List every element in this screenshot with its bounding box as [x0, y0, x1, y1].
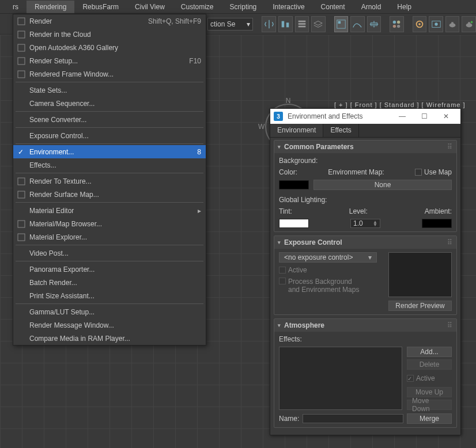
svg-rect-26: [18, 178, 25, 185]
tint-color-swatch[interactable]: [279, 219, 309, 228]
menu-item-material-explorer[interactable]: Material Explorer...: [13, 230, 206, 244]
menu-item-label: Print Size Assistant...: [29, 292, 95, 300]
menu-item-render[interactable]: RenderShift+Q, Shift+F9: [13, 14, 206, 28]
toggle-ribbon-icon[interactable]: [334, 16, 349, 32]
menu-item-render-to-texture[interactable]: Render To Texture...: [13, 174, 206, 188]
menu-item-print-size-assistant[interactable]: Print Size Assistant...: [13, 289, 206, 302]
svg-point-15: [435, 22, 437, 25]
cloud-icon: [17, 30, 26, 39]
menu-item-batch-render[interactable]: Batch Render...: [13, 276, 206, 289]
movedown-button: Move Down: [407, 400, 452, 410]
menu-item-panorama-exporter[interactable]: Panorama Exporter...: [13, 263, 206, 276]
menu-item-interactive[interactable]: Interactive: [265, 1, 312, 13]
exposure-dropdown[interactable]: <no exposure control>: [279, 252, 377, 263]
background-color-swatch[interactable]: [279, 180, 309, 189]
menu-item-rendered-frame-window[interactable]: Rendered Frame Window...: [13, 67, 206, 81]
menu-item-open-autodesk-a360-gallery[interactable]: Open Autodesk A360 Gallery: [13, 41, 206, 54]
menu-item-label: Render Surface Map...: [29, 191, 99, 199]
close-button[interactable]: ✕: [435, 110, 457, 123]
exposure-preview: [388, 252, 452, 297]
color-label: Color:: [279, 168, 297, 176]
layers-icon[interactable]: [295, 16, 309, 32]
menu-item-scripting[interactable]: Scripting: [222, 1, 265, 13]
minimize-button[interactable]: —: [391, 110, 413, 123]
exposure-control-rollout: Exposure Control ⠿ <no exposure control>…: [274, 236, 457, 315]
maximize-button[interactable]: ☐: [413, 110, 435, 123]
atmosphere-header[interactable]: Atmosphere ⠿: [274, 319, 456, 332]
menu-item-video-post[interactable]: Video Post...: [13, 246, 206, 260]
common-parameters-header[interactable]: Common Parameters ⠿: [274, 141, 456, 153]
layer-manager-icon[interactable]: [311, 16, 326, 32]
app-icon: 3: [274, 112, 283, 121]
rollout-handle-icon: ⠿: [447, 238, 453, 246]
ambient-color-swatch[interactable]: [422, 219, 452, 228]
menu-separator: [16, 202, 203, 203]
menu-item-environment[interactable]: ✓Environment...8: [13, 145, 206, 158]
schematic-view-icon[interactable]: [367, 16, 381, 32]
menu-item-label: Exposure Control...: [29, 132, 89, 140]
material-editor-icon[interactable]: [390, 16, 404, 32]
spinner-arrows-icon[interactable]: ▲▼: [373, 221, 377, 226]
menu-item-rendering[interactable]: Rendering: [27, 1, 74, 13]
svg-rect-17: [451, 22, 454, 24]
process-bg-label-1: Process Background: [288, 278, 359, 286]
menu-item-rebusfarm[interactable]: RebusFarm: [74, 1, 127, 13]
render-setup-icon[interactable]: [413, 16, 427, 32]
menu-item-camera-sequencer[interactable]: Camera Sequencer...: [13, 97, 206, 110]
menu-item-label: Compare Media in RAM Player...: [29, 335, 130, 343]
svg-rect-24: [18, 58, 25, 64]
menu-item-scene-converter[interactable]: Scene Converter...: [13, 113, 206, 126]
merge-button[interactable]: Merge: [407, 413, 452, 424]
level-spinner[interactable]: 1.0 ▲▼: [350, 219, 380, 228]
menu-item-exposure-control[interactable]: Exposure Control...: [13, 129, 206, 142]
menu-item-effects[interactable]: Effects...: [13, 158, 206, 172]
menu-item-render-message-window[interactable]: Render Message Window...: [13, 318, 206, 332]
env-map-button[interactable]: None: [313, 180, 452, 190]
dialog-tabs: Environment Effects: [270, 124, 460, 138]
menu-item-compare-media-in-ram-player[interactable]: Compare Media in RAM Player...: [13, 332, 206, 345]
selection-set-dropdown[interactable]: ction Se ▾: [207, 18, 253, 31]
menu-item-help[interactable]: Help: [389, 1, 420, 13]
menu-item-customize[interactable]: Customize: [173, 1, 222, 13]
svg-rect-29: [18, 234, 25, 241]
compass-n: N: [286, 97, 291, 105]
chevron-down-icon: ▾: [247, 20, 250, 28]
menu-item-material-editor[interactable]: Material Editor: [13, 204, 206, 217]
menu-item-render-surface-map[interactable]: Render Surface Map...: [13, 188, 206, 201]
exposure-control-title: Exposure Control: [284, 238, 342, 246]
align-icon[interactable]: [278, 16, 293, 32]
menu-item-render-setup[interactable]: Render Setup...F10: [13, 54, 206, 67]
tab-environment[interactable]: Environment: [270, 124, 323, 137]
render-frame-icon[interactable]: [429, 16, 443, 32]
menu-item-label: Material Explorer...: [29, 233, 87, 241]
exposure-control-header[interactable]: Exposure Control ⠿: [274, 236, 456, 249]
effect-name-input[interactable]: [303, 414, 403, 423]
render-preview-button[interactable]: Render Preview: [388, 301, 452, 311]
svg-rect-1: [286, 22, 289, 27]
teapot-render-icon[interactable]: [445, 16, 460, 32]
teapot-render2-icon[interactable]: [462, 16, 476, 32]
menu-item-rs[interactable]: rs: [5, 1, 27, 13]
use-map-checkbox[interactable]: [415, 169, 422, 176]
viewport-label[interactable]: [ + ] [ Front ] [ Standard ] [ Wireframe…: [334, 101, 466, 108]
menu-item-civilview[interactable]: Civil View: [127, 1, 173, 13]
dialog-titlebar[interactable]: 3 Environment and Effects — ☐ ✕: [270, 109, 460, 124]
menu-item-label: Camera Sequencer...: [29, 100, 95, 108]
add-effect-button[interactable]: Add...: [407, 347, 452, 357]
menu-item-arnold[interactable]: Arnold: [353, 1, 390, 13]
curve-editor-icon[interactable]: [350, 16, 365, 32]
menu-item-state-sets[interactable]: State Sets...: [13, 83, 206, 97]
tab-effects[interactable]: Effects: [323, 124, 358, 137]
menu-item-render-in-the-cloud[interactable]: Render in the Cloud: [13, 28, 206, 41]
window-icon: [17, 70, 26, 79]
cloud-icon: [17, 17, 26, 26]
menu-item-gamma-lut-setup[interactable]: Gamma/LUT Setup...: [13, 305, 206, 318]
level-label: Level:: [349, 207, 368, 215]
mirror-icon[interactable]: [262, 16, 276, 32]
menu-item-content[interactable]: Content: [313, 1, 353, 13]
teapot-icon: [17, 177, 26, 186]
menu-item-material-map-browser[interactable]: Material/Map Browser...: [13, 217, 206, 230]
check-icon: ✓: [18, 148, 24, 156]
effects-listbox[interactable]: [279, 347, 402, 410]
atmosphere-rollout: Atmosphere ⠿ Effects: Add... Delete Acti…: [274, 318, 457, 428]
